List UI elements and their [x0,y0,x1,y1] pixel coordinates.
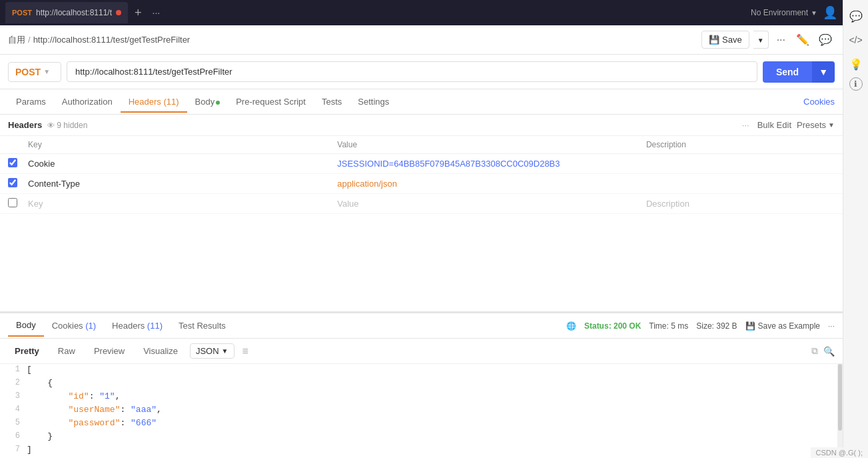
code-line-4: 4 "userName": "aaa", [0,404,843,417]
row1-key[interactable]: Cookie [20,154,329,174]
resp-tab-test-results[interactable]: Test Results [171,315,234,336]
tab-url: http://localhost:8111/t [36,8,112,17]
hidden-badge: 👁 9 hidden [47,121,87,130]
cookies-badge: (1) [85,321,96,331]
fmt-tab-visualize[interactable]: Visualize [137,343,185,359]
line-num-2: 2 [0,377,27,391]
tab-tests[interactable]: Tests [314,91,350,112]
row1-value[interactable]: JSESSIONID=64BB85F079B45A87B3308CC0C09D2… [329,154,638,174]
headers-count-badge: (11) [163,97,179,107]
scrollbar-track[interactable] [837,364,843,455]
resp-tab-body[interactable]: Body [8,315,44,337]
response-status-bar: 🌐 Status: 200 OK Time: 5 ms Size: 392 B … [566,321,835,331]
save-as-example-button[interactable]: 💾 Save as Example [745,321,820,331]
empty-desc-cell[interactable]: Description [638,194,843,214]
search-response-icon[interactable]: 🔍 [823,346,835,357]
sidebar-icon-info[interactable]: ℹ [849,77,863,91]
sidebar-icon-lightbulb[interactable]: 💡 [845,53,867,75]
format-type-chevron-icon: ▼ [222,347,228,355]
scrollbar-thumb[interactable] [838,364,842,431]
line-num-6: 6 [0,431,27,444]
headers-section: Headers 👁 9 hidden ··· Bulk Edit Presets… [0,115,843,214]
top-tab[interactable]: POST http://localhost:8111/t [5,2,128,23]
send-dropdown-button[interactable]: ▼ [812,61,835,83]
fmt-tab-raw[interactable]: Raw [51,343,82,359]
tab-tests-label: Tests [322,97,342,107]
save-example-icon: 💾 [745,321,755,331]
tabs-more-button[interactable]: ··· [149,7,165,18]
empty-value-cell[interactable]: Value [329,194,638,214]
resp-tab-test-results-label: Test Results [179,321,226,331]
presets-label: Presets [797,120,826,130]
request-tabs-bar: Params Authorization Headers (11) Body P… [0,89,843,115]
fmt-tab-preview[interactable]: Preview [87,343,131,359]
watermark-text: CSDN @.G( ); [816,449,863,457]
response-more-button[interactable]: ··· [828,321,835,331]
line-content-2: { [27,377,843,391]
url-input[interactable] [67,61,757,82]
resp-tab-headers[interactable]: Headers (11) [104,315,171,336]
method-chevron-icon: ▼ [43,68,50,75]
tab-method-badge: POST [12,9,32,17]
row1-description[interactable] [638,154,843,174]
code-line-3: 3 "id": "1", [0,391,843,404]
code-line-6: 6 } [0,431,843,444]
headers-col-checkbox [0,136,20,154]
save-button[interactable]: 💾 Save [701,31,749,49]
request-line: POST ▼ Send ▼ [0,55,843,89]
tab-authorization[interactable]: Authorization [54,91,121,112]
time-label: Time: 5 ms [649,321,688,331]
tab-settings[interactable]: Settings [350,91,397,112]
wrap-lines-icon[interactable]: ≡ [242,345,248,357]
copy-response-icon[interactable]: ⧉ [811,345,818,357]
tab-body[interactable]: Body [187,91,228,112]
environment-selector[interactable]: No Environment ▼ [751,8,817,17]
tab-params[interactable]: Params [8,91,54,112]
resp-tab-body-label: Body [16,320,36,330]
fmt-tab-pretty[interactable]: Pretty [8,343,46,359]
bulk-edit-button[interactable]: Bulk Edit [757,120,791,130]
presets-button[interactable]: Presets ▼ [797,120,835,130]
address-more-button[interactable]: ··· [773,34,789,46]
send-main-button[interactable]: Send [763,61,812,83]
sidebar-icon-comments[interactable]: 💬 [845,5,867,27]
edit-icon[interactable]: ✏️ [793,32,812,47]
row2-key[interactable]: Content-Type [20,174,329,194]
method-select[interactable]: POST ▼ [8,62,61,82]
save-disk-icon: 💾 [709,35,719,45]
tab-pre-request[interactable]: Pre-request Script [228,91,314,112]
headers-col-description: Description [638,136,843,154]
save-example-label: Save as Example [758,321,820,331]
code-line-5: 5 "password": "666" [0,417,843,431]
row2-checkbox[interactable] [8,178,17,187]
status-ok-text: Status: 200 OK [584,321,641,331]
save-dropdown-button[interactable]: ▼ [753,31,769,49]
row2-description[interactable] [638,174,843,194]
empty-row-checkbox[interactable] [8,198,17,207]
empty-key-cell[interactable]: Key [20,194,329,214]
comment-icon[interactable]: 💬 [816,32,835,47]
table-row: Content-Type application/json [0,174,843,194]
resp-tab-cookies-label: Cookies (1) [52,321,96,331]
headers-col-value: Value [329,136,638,154]
tab-authorization-label: Authorization [62,97,113,107]
row2-checkbox-cell [0,174,20,194]
right-sidebar: 💬 </> 💡 ℹ [843,0,868,458]
code-line-2: 2 { [0,377,843,391]
sidebar-icon-code[interactable]: </> [845,29,867,51]
tab-headers[interactable]: Headers (11) [121,91,187,112]
resp-headers-badge: (11) [147,321,163,331]
row2-value[interactable]: application/json [329,174,638,194]
format-type-select[interactable]: JSON ▼ [190,343,234,359]
cookies-link[interactable]: Cookies [803,97,835,107]
response-section: Body Cookies (1) Headers (11) Test Resul… [0,311,843,458]
line-content-5: "password": "666" [27,417,843,431]
table-row-empty: Key Value Description [0,194,843,214]
response-tabs-bar: Body Cookies (1) Headers (11) Test Resul… [0,313,843,339]
breadcrumb-self: 自用 [8,34,25,46]
new-tab-button[interactable]: + [131,6,146,20]
row1-checkbox[interactable] [8,158,17,167]
headers-more-icon[interactable]: ··· [742,120,749,130]
account-icon[interactable]: 👤 [823,5,837,20]
resp-tab-cookies[interactable]: Cookies (1) [44,315,104,336]
